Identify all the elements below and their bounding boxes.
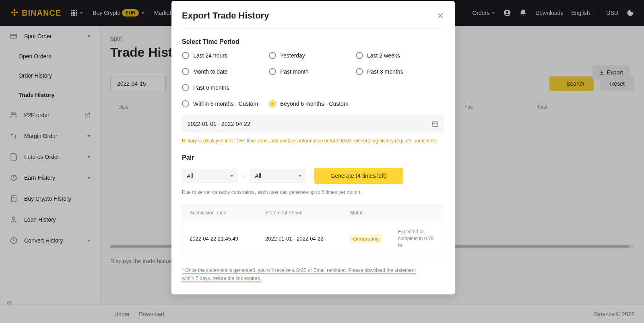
caret-down-icon	[230, 175, 233, 177]
status-table-header: Submission Time Statement Period Status	[182, 204, 444, 221]
pair-label: Pair	[182, 154, 444, 161]
pair-base-select[interactable]: All	[182, 169, 238, 183]
radio-yesterday[interactable]: Yesterday	[269, 52, 356, 59]
status-table: Submission Time Statement Period Status …	[182, 204, 444, 256]
radio-past-6-months[interactable]: Past 6 months	[182, 84, 269, 91]
radio-icon-checked	[269, 100, 276, 107]
capacity-disclaimer: Due to server capacity constraints, each…	[182, 189, 444, 195]
reminder-note: * Once the statement is generated, you w…	[182, 267, 444, 282]
radio-last-2-weeks[interactable]: Last 2 weeks	[356, 52, 444, 59]
pair-row: All - All Generate (4 times left)	[182, 168, 444, 184]
radio-past-3-months[interactable]: Past 3 months	[356, 68, 444, 75]
generate-button[interactable]: Generate (4 times left)	[314, 168, 402, 184]
svg-rect-21	[432, 122, 438, 127]
cell-statement-period: 2022-01-01 - 2022-04-22	[265, 236, 350, 242]
utc-disclaimer: History is displayed in UTC+0 time zone,…	[182, 137, 444, 144]
time-period-radios: Last 24 hours Yesterday Last 2 weeks Mon…	[182, 52, 444, 107]
th-status: Status	[350, 210, 398, 216]
radio-icon	[269, 68, 276, 75]
modal-title: Export Trade History	[182, 10, 269, 21]
date-range-input[interactable]	[182, 115, 444, 132]
radio-past-month[interactable]: Past month	[269, 68, 356, 75]
radio-icon	[182, 84, 189, 91]
calendar-icon	[431, 120, 439, 128]
radio-icon	[356, 52, 363, 59]
th-statement-period: Statement Period	[265, 210, 350, 216]
radio-icon	[269, 52, 276, 59]
export-modal: Export Trade History Select Time Period …	[171, 1, 455, 294]
date-range-field[interactable]	[188, 121, 431, 127]
radio-icon	[356, 68, 363, 75]
radio-icon	[182, 68, 189, 75]
radio-month-to-date[interactable]: Month to date	[182, 68, 269, 75]
radio-last-24h[interactable]: Last 24 hours	[182, 52, 269, 59]
time-period-label: Select Time Period	[182, 38, 444, 45]
radio-beyond-6-custom[interactable]: Beyond 6 months - Custom	[269, 100, 444, 107]
radio-icon	[182, 100, 189, 107]
close-icon[interactable]	[436, 12, 444, 20]
status-badge: Generating	[350, 234, 382, 243]
pair-dash: -	[243, 172, 245, 179]
pair-quote-select[interactable]: All	[250, 169, 306, 183]
cell-expected: Expected to complete in 0.79 hr	[398, 228, 437, 249]
caret-down-icon	[298, 175, 301, 177]
radio-icon	[182, 52, 189, 59]
th-submission-time: Submission Time	[190, 210, 265, 216]
radio-within-6-custom[interactable]: Within 6 months - Custom	[182, 100, 269, 107]
cell-submission-time: 2022-04-22 21:45:49	[190, 236, 265, 242]
status-table-row: 2022-04-22 21:45:49 2022-01-01 - 2022-04…	[182, 221, 444, 256]
